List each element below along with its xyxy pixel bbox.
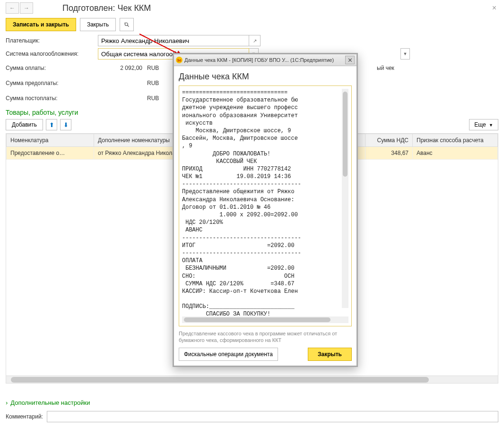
modal-close-button[interactable]: ✕	[345, 56, 355, 64]
expand-settings-label: Дополнительные настройки	[10, 399, 90, 406]
close-button[interactable]: Закрыть	[80, 18, 116, 31]
cell-nomenclature: Предоставление о…	[7, 147, 94, 160]
modal-disclaimer: Представление кассового чека в программе…	[179, 330, 352, 344]
payer-input[interactable]	[98, 35, 249, 46]
fiscal-operations-button[interactable]: Фискальные операции документа	[179, 348, 278, 361]
modal-titlebar-text: Данные чека ККМ - [КОПИЯ] ГОБУ ВПО У... …	[184, 57, 334, 63]
receipt-v-scrollbar[interactable]	[342, 89, 348, 308]
col-sign[interactable]: Признак способа расчета	[413, 134, 498, 147]
svg-line-1	[128, 26, 129, 27]
cell-addition: от Ряжко Александра Никола	[94, 147, 184, 160]
receipt-modal: 1c Данные чека ККМ - [КОПИЯ] ГОБУ ВПО У.…	[173, 53, 358, 367]
col-addition[interactable]: Дополнение номенклатуры	[94, 134, 184, 147]
tax-label: Система налогообложения:	[6, 51, 98, 57]
cell-sign: Аванс	[413, 147, 498, 160]
page-title: Подготовлен: Чек ККМ	[62, 3, 151, 13]
col-nomenclature[interactable]: Номенклатура	[7, 134, 94, 147]
sum-post-label: Сумма постоплаты:	[6, 95, 98, 102]
sum-pre-currency: RUB	[145, 80, 164, 86]
magnify-icon	[124, 21, 130, 28]
partial-check-label: ый чек	[377, 65, 394, 71]
comment-label: Комментарий:	[6, 413, 43, 420]
sum-pay-value: 2 092,00	[98, 65, 145, 71]
sum-pre-label: Сумма предоплаты:	[6, 80, 98, 86]
cell-nds: 348,67	[365, 147, 413, 160]
sum-pay-label: Сумма оплаты:	[6, 65, 98, 71]
nav-forward-button[interactable]: →	[20, 2, 33, 14]
svg-point-0	[125, 23, 128, 26]
chevron-right-icon: ›	[6, 399, 8, 406]
close-x-icon[interactable]: ×	[490, 2, 498, 14]
preview-button[interactable]	[120, 18, 134, 31]
dropdown2-icon[interactable]: ▼	[400, 48, 410, 60]
sum-post-currency: RUB	[145, 95, 164, 102]
open-reference-button[interactable]: ↗	[249, 35, 261, 46]
modal-heading: Данные чека ККМ	[179, 72, 352, 82]
payer-label: Плательщик:	[6, 37, 98, 44]
app-logo-icon: 1c	[176, 57, 182, 63]
sum-pay-currency: RUB	[145, 65, 164, 71]
nav-back-button[interactable]: ←	[6, 2, 19, 14]
move-down-button[interactable]: ⬇	[60, 119, 71, 130]
expand-settings[interactable]: › Дополнительные настройки	[0, 396, 504, 409]
add-button[interactable]: Добавить	[6, 119, 43, 130]
receipt-text: =============================== Государс…	[182, 89, 348, 316]
more-button[interactable]: Еще ▼	[469, 119, 498, 130]
chevron-down-icon: ▼	[489, 123, 493, 128]
more-button-label: Еще	[474, 121, 486, 128]
save-close-button[interactable]: Записать и закрыть	[6, 18, 76, 31]
modal-close-yellow-button[interactable]: Закрыть	[308, 348, 352, 361]
comment-input[interactable]	[47, 411, 498, 422]
table-h-scrollbar[interactable]	[6, 376, 498, 383]
col-nds[interactable]: Сумма НДС	[365, 134, 413, 147]
move-up-button[interactable]: ⬆	[46, 119, 57, 130]
receipt-h-scrollbar[interactable]	[182, 316, 348, 323]
